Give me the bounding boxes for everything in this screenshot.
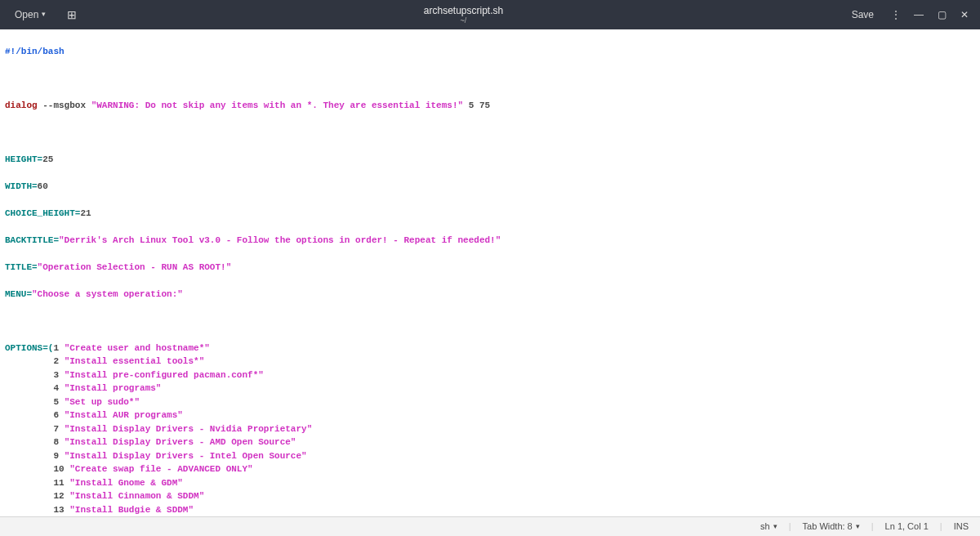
plus-icon: ⊞ bbox=[67, 7, 77, 24]
kebab-icon: ⋮ bbox=[891, 7, 901, 22]
open-button[interactable]: Open ▾ bbox=[7, 3, 54, 26]
language-selector[interactable]: sh ▾ bbox=[760, 520, 777, 534]
save-button[interactable]: Save bbox=[844, 3, 882, 26]
dialog-cmd: dialog bbox=[5, 100, 38, 110]
ins-label: INS bbox=[954, 520, 969, 534]
tab-width-selector[interactable]: Tab Width: 8 ▾ bbox=[803, 520, 860, 534]
new-tab-button[interactable]: ⊞ bbox=[60, 3, 83, 26]
cursor-position[interactable]: Ln 1, Col 1 bbox=[885, 520, 929, 534]
save-label: Save bbox=[852, 7, 874, 22]
maximize-icon: ▢ bbox=[938, 7, 947, 22]
open-label: Open bbox=[15, 7, 38, 22]
tabwidth-label: Tab Width: 8 bbox=[803, 520, 853, 534]
editor-area[interactable]: #!/bin/bash dialog --msgbox "WARNING: Do… bbox=[0, 29, 980, 516]
chevron-down-icon: ▾ bbox=[773, 521, 777, 533]
window-subtitle: ~/ bbox=[83, 16, 843, 27]
close-button[interactable]: ✕ bbox=[956, 6, 973, 24]
minimize-button[interactable]: — bbox=[910, 6, 928, 24]
titlebar: Open ▾ ⊞ archsetupscript.sh ~/ Save ⋮ — … bbox=[0, 0, 980, 29]
shebang: #!/bin/bash bbox=[5, 47, 65, 56]
menu-button[interactable]: ⋮ bbox=[887, 6, 905, 24]
close-icon: ✕ bbox=[960, 7, 969, 22]
insert-mode[interactable]: INS bbox=[954, 520, 969, 534]
minimize-icon: — bbox=[914, 7, 924, 22]
maximize-button[interactable]: ▢ bbox=[933, 6, 951, 24]
statusbar: sh ▾ | Tab Width: 8 ▾ | Ln 1, Col 1 | IN… bbox=[0, 516, 980, 536]
position-label: Ln 1, Col 1 bbox=[885, 520, 929, 534]
chevron-down-icon: ▾ bbox=[856, 521, 860, 533]
language-label: sh bbox=[760, 520, 770, 534]
window-title-area: archsetupscript.sh ~/ bbox=[83, 3, 843, 27]
chevron-down-icon: ▾ bbox=[42, 9, 46, 20]
